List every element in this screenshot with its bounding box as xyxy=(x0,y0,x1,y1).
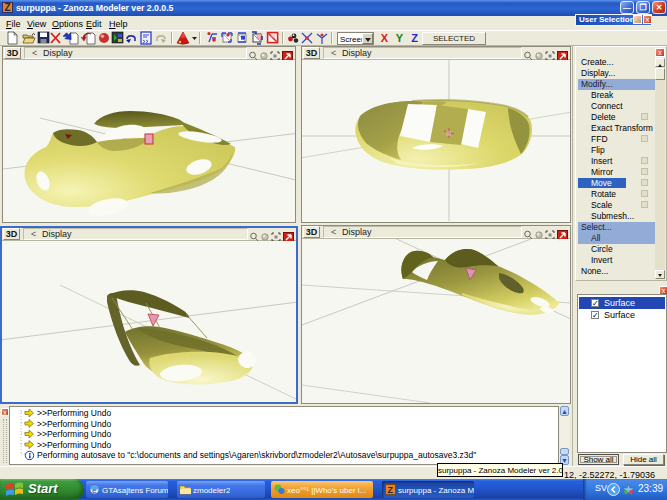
svg-text:Z: Z xyxy=(388,485,394,495)
svg-text:e: e xyxy=(92,486,97,495)
